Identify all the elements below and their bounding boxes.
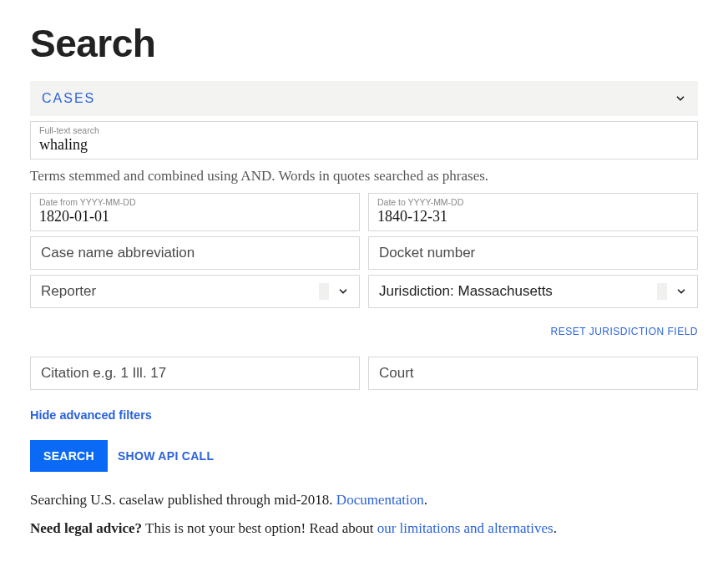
limitations-link[interactable]: our limitations and alternatives [377, 520, 554, 536]
date-from-label: Date from YYYY-MM-DD [39, 197, 351, 208]
info-caselaw-prefix: Searching U.S. caselaw published through… [30, 492, 336, 508]
jurisdiction-value: Jurisdiction: Massachusetts [379, 283, 553, 300]
jurisdiction-select[interactable]: Jurisdiction: Massachusetts [368, 275, 698, 308]
drag-handle-icon [657, 283, 667, 300]
case-name-placeholder: Case name abbreviation [41, 245, 195, 261]
info-legal-strong: Need legal advice? [30, 520, 142, 536]
search-button[interactable]: SEARCH [30, 440, 108, 472]
hide-advanced-filters-link[interactable]: Hide advanced filters [30, 408, 152, 422]
docket-number-input[interactable]: Docket number [368, 236, 698, 270]
case-name-input[interactable]: Case name abbreviation [30, 236, 360, 270]
show-api-call-button[interactable]: SHOW API CALL [118, 449, 214, 463]
reporter-placeholder: Reporter [41, 283, 96, 300]
page-title: Search [30, 21, 698, 66]
date-to-input[interactable]: Date to YYYY-MM-DD 1840-12-31 [368, 193, 698, 231]
reporter-select[interactable]: Reporter [30, 275, 360, 308]
fulltext-value: whaling [39, 136, 689, 154]
tab-cases[interactable]: CASES [30, 81, 698, 116]
citation-placeholder: Citation e.g. 1 Ill. 17 [41, 365, 166, 382]
citation-input[interactable]: Citation e.g. 1 Ill. 17 [30, 357, 360, 390]
date-from-input[interactable]: Date from YYYY-MM-DD 1820-01-01 [30, 193, 360, 231]
court-input[interactable]: Court [368, 357, 698, 390]
reset-jurisdiction-link[interactable]: RESET JURISDICTION FIELD [551, 326, 698, 337]
drag-handle-icon [319, 283, 329, 300]
court-placeholder: Court [379, 365, 414, 382]
fulltext-label: Full-text search [39, 125, 689, 136]
documentation-link[interactable]: Documentation [336, 492, 424, 508]
fulltext-search-input[interactable]: Full-text search whaling [30, 121, 698, 159]
info-legal-middle: This is not your best option! Read about [142, 520, 377, 536]
info-legal-suffix: . [554, 520, 557, 536]
docket-placeholder: Docket number [379, 245, 475, 261]
chevron-down-icon [337, 286, 349, 297]
chevron-down-icon [675, 93, 686, 104]
chevron-down-icon [675, 286, 687, 297]
fulltext-helper: Terms stemmed and combined using AND. Wo… [30, 168, 698, 185]
date-to-label: Date to YYYY-MM-DD [377, 197, 689, 208]
date-from-value: 1820-01-01 [39, 208, 351, 226]
tab-cases-label: CASES [42, 91, 95, 106]
info-legal-advice: Need legal advice? This is not your best… [30, 517, 698, 539]
date-to-value: 1840-12-31 [377, 208, 689, 226]
info-caselaw-suffix: . [424, 492, 427, 508]
info-caselaw: Searching U.S. caselaw published through… [30, 489, 698, 511]
